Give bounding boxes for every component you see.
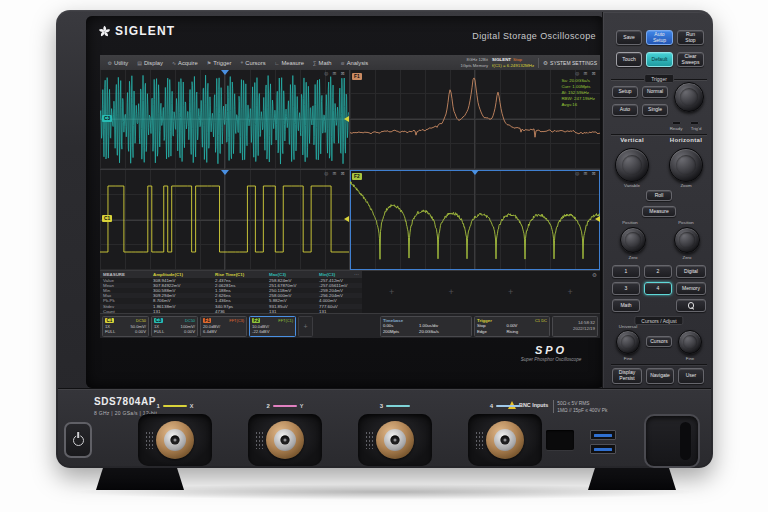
navigate-button[interactable]: Navigate xyxy=(646,368,674,384)
bnc-input-2 xyxy=(248,414,322,466)
trigger-section-label: Trigger xyxy=(644,74,674,83)
menu-item-display[interactable]: ▤Display xyxy=(133,55,168,70)
zero-label-right: Zero xyxy=(664,255,710,260)
channel-box-c3[interactable]: C3DC501X100mV/FULL0.00V xyxy=(151,316,198,337)
bnc-color-line xyxy=(496,405,520,407)
channel-box-c1[interactable]: C1DC501X50.0mV/FULL0.00V xyxy=(102,316,149,337)
datetime-box: 14:58:322022/12/19 xyxy=(552,316,598,337)
default-button[interactable]: Default xyxy=(646,52,673,67)
control-panel-buttons: Save Auto Setup Run Stop Touch Default C… xyxy=(606,24,712,388)
vertical-position-knob[interactable] xyxy=(620,227,646,253)
clear-sweeps-button[interactable]: Clear Sweeps xyxy=(677,52,704,67)
oscilloscope-device: SIGLENT Digital Storage Oscilloscope ⚙Ut… xyxy=(56,10,713,468)
touch-button[interactable]: Touch xyxy=(616,52,642,67)
zero-label-left: Zero xyxy=(610,255,656,260)
position-label-left: Position xyxy=(610,220,650,225)
channel-box-value: FULL xyxy=(154,329,164,334)
menu-item-cursors[interactable]: ⌖Cursors xyxy=(236,55,270,70)
menu-item-acquire[interactable]: ∿Acquire xyxy=(167,55,202,70)
bnc-number: 2 xyxy=(266,403,269,409)
bnc-label-4: 4 xyxy=(468,402,542,410)
utility-menu-icon: ⚙ xyxy=(108,60,112,66)
menu-item-trigger[interactable]: ⚑Trigger xyxy=(202,55,236,70)
trace-label-c3[interactable]: C3 xyxy=(102,115,112,122)
save-button[interactable]: Save xyxy=(616,30,642,45)
horizontal-position-knob[interactable] xyxy=(674,227,700,253)
universal-label: Universal xyxy=(608,324,648,329)
gear-icon[interactable]: ⚙ xyxy=(592,272,597,278)
trace-label-f2[interactable]: F2 xyxy=(352,173,362,180)
trigger-level-marker[interactable] xyxy=(344,116,349,122)
search-button[interactable] xyxy=(676,299,706,312)
display-persist-button[interactable]: Display Persist xyxy=(612,368,642,384)
channel-box-value: FULL xyxy=(105,329,115,334)
measure-button[interactable]: Measure xyxy=(642,206,676,217)
trigger-auto-button[interactable]: Auto xyxy=(612,104,638,116)
panel-action-icons[interactable]: ◎ ⊞ ⊠ xyxy=(575,71,597,76)
trace-label-c1[interactable]: C1 xyxy=(102,215,112,222)
trigger-box[interactable]: TriggerC1 DCStop0.00VEdgeRising xyxy=(474,316,550,337)
menu-item-label: Cursors xyxy=(245,60,265,66)
trigd-label: Trig'd xyxy=(686,126,706,131)
cursor-knob-a[interactable] xyxy=(616,330,640,354)
acquire-menu-icon: ∿ xyxy=(172,60,176,66)
aux-slot xyxy=(546,430,574,450)
trigger-level-marker[interactable] xyxy=(595,216,600,222)
trigger-position-marker[interactable] xyxy=(471,170,479,175)
add-channel-button[interactable]: + xyxy=(298,316,313,337)
am-waveform xyxy=(100,70,349,169)
trigger-position-marker[interactable] xyxy=(221,170,229,175)
trigger-level-knob[interactable] xyxy=(674,82,704,112)
digital-button[interactable]: Digital xyxy=(676,265,706,278)
memory-button[interactable]: Memory xyxy=(676,282,706,295)
status-cluster: 8GHz 12Bit 1Gpts Memory SIGLENTStop f(C1… xyxy=(461,57,597,68)
channel-coupling-tag: FFT(C3) xyxy=(229,318,244,323)
trigger-setup-button[interactable]: Setup xyxy=(612,86,638,98)
menu-bar: ⚙Utility▤Display∿Acquire⚑Trigger⌖Cursors… xyxy=(100,55,600,70)
channel-4-button[interactable]: 4 xyxy=(644,282,672,295)
channel-box-f1[interactable]: F1FFT(C3)20.0dBV/6.4dBV xyxy=(200,316,247,337)
menu-item-analysis[interactable]: ≋Analysis xyxy=(336,55,373,70)
panel-action-icons[interactable]: ◎ ⊞ ⊠ xyxy=(324,171,346,176)
panel-action-icons[interactable]: ◎ ⊞ ⊠ xyxy=(324,71,346,76)
system-settings-label: SYSTEM SETTINGS xyxy=(550,60,597,66)
power-button[interactable] xyxy=(64,422,92,458)
cursors-button[interactable]: Cursors xyxy=(646,336,672,347)
channel-box-f2[interactable]: F2FFT(C1)10.0dBV/-22.6dBV xyxy=(249,316,296,337)
cursors-menu-icon: ⌖ xyxy=(240,59,243,66)
zoom-label: Zoom xyxy=(664,183,708,188)
vertical-scale-knob[interactable] xyxy=(615,148,649,182)
channel-3-button[interactable]: 3 xyxy=(612,282,640,295)
graticule-cross: + xyxy=(389,287,394,297)
channel-box-value: 6.4dBV xyxy=(203,329,217,334)
cursor-knob-b[interactable] xyxy=(678,330,702,354)
trigger-position-marker[interactable] xyxy=(221,70,229,75)
table-menu-dots[interactable]: ⋯ xyxy=(354,271,359,277)
system-settings-button[interactable]: ⚙ SYSTEM SETTINGS xyxy=(538,58,597,68)
acq-status: Stop xyxy=(513,57,522,62)
hardware-info: 8GHz 12Bit 1Gpts Memory xyxy=(461,57,488,68)
clock-date: 2022/12/19 xyxy=(573,326,595,332)
user-button[interactable]: User xyxy=(678,368,704,384)
panel-f1-spectrum: ◎ ⊞ ⊠F1Sa: 20.0GSa/s Curr: 1.00Mpts Δf: … xyxy=(350,70,600,170)
panel-action-icons[interactable]: ◎ ⊞ ⊠ xyxy=(575,171,597,176)
channel-1-button[interactable]: 1 xyxy=(612,265,640,278)
horizontal-scale-knob[interactable] xyxy=(669,148,703,182)
run-stop-button[interactable]: Run Stop xyxy=(677,30,704,45)
channel-2-button[interactable]: 2 xyxy=(644,265,672,278)
menu-item-label: Trigger xyxy=(213,60,231,66)
trigger-level-marker[interactable] xyxy=(344,216,349,222)
timebase-box[interactable]: Timebase0.00s1.00us/div200Mpts20.0GSa/s xyxy=(380,316,472,337)
auto-setup-button[interactable]: Auto Setup xyxy=(646,30,673,45)
trace-label-f1[interactable]: F1 xyxy=(352,73,362,80)
menu-item-math[interactable]: ∑Math xyxy=(309,55,336,70)
device-title: Digital Storage Oscilloscope xyxy=(316,31,596,41)
trigger-menu-icon: ⚑ xyxy=(207,60,211,66)
menu-item-utility[interactable]: ⚙Utility xyxy=(103,55,133,70)
measure-header: Rise Time(C1) xyxy=(212,272,266,277)
math-button[interactable]: Math xyxy=(612,299,640,312)
trigger-normal-button[interactable]: Normal xyxy=(642,86,668,98)
trigger-single-button[interactable]: Single xyxy=(642,104,668,116)
roll-button[interactable]: Roll xyxy=(646,190,672,201)
menu-item-measure[interactable]: ∟Measure xyxy=(270,55,308,70)
